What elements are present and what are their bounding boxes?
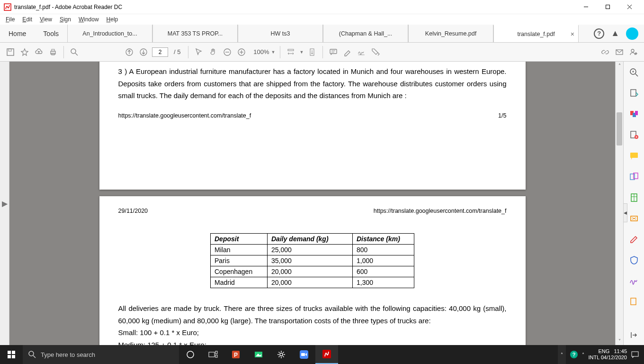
share-link-icon[interactable] — [599, 46, 611, 58]
doc-tab-2[interactable]: HW ts3 — [238, 25, 323, 42]
redact-icon[interactable] — [628, 233, 640, 246]
tray-lang2[interactable]: INTL — [588, 355, 599, 360]
page1-footer-pagenum: 1/5 — [498, 112, 506, 119]
tray-time[interactable]: 11:45 — [614, 348, 627, 354]
close-tab-icon[interactable]: × — [571, 30, 574, 38]
tray-date[interactable]: 04/12/2020 — [601, 355, 627, 360]
nav-tools[interactable]: Tools — [35, 30, 67, 37]
tray-lang1[interactable]: ENG — [598, 348, 609, 354]
save-icon[interactable] — [5, 46, 16, 58]
page-down-icon[interactable] — [138, 46, 149, 58]
hand-tool-icon[interactable] — [207, 46, 219, 58]
svg-rect-58 — [209, 352, 215, 357]
doc-tab-5[interactable]: translate_f.pdf× — [493, 25, 579, 42]
edit-pdf-icon[interactable] — [628, 129, 640, 141]
zoom-out-icon[interactable] — [222, 46, 233, 58]
taskbar-photos[interactable] — [247, 345, 270, 364]
window-close[interactable] — [618, 0, 640, 14]
zoom-in-icon[interactable] — [236, 46, 247, 58]
cloud-upload-icon[interactable] — [33, 46, 45, 58]
menu-file[interactable]: File — [2, 15, 18, 24]
deposits-table: Deposit Daily demand (kg) Distance (km) … — [210, 233, 414, 288]
svg-text:?: ? — [572, 352, 576, 357]
start-button[interactable] — [0, 351, 23, 358]
svg-line-31 — [635, 74, 638, 76]
find-icon[interactable] — [69, 46, 80, 58]
scroll-mode-icon[interactable] — [306, 46, 318, 58]
taskbar-settings[interactable] — [270, 345, 293, 364]
export-pdf-icon[interactable] — [628, 87, 640, 100]
selection-tool-icon[interactable] — [193, 46, 205, 58]
window-maximize[interactable] — [597, 0, 618, 14]
organize-icon[interactable] — [628, 191, 640, 204]
create-pdf-icon[interactable] — [628, 108, 640, 120]
taskbar-acrobat[interactable] — [315, 345, 338, 364]
protect-icon[interactable] — [628, 254, 640, 266]
right-panel-collapse[interactable]: ◀ — [623, 203, 627, 222]
fill-sign-icon[interactable] — [628, 275, 640, 287]
taskbar-taskview[interactable] — [202, 345, 224, 364]
menu-help[interactable]: Help — [103, 15, 122, 24]
search-plus-icon[interactable] — [628, 66, 640, 79]
zoom-dropdown-icon[interactable]: ▼ — [271, 50, 275, 55]
window-title: translate_f.pdf - Adobe Acrobat Reader D… — [14, 4, 575, 10]
vertical-scrollbar[interactable]: ˄ ˅ — [615, 62, 623, 345]
scroll-down-icon[interactable]: ˅ — [616, 337, 623, 345]
menu-edit[interactable]: Edit — [18, 15, 36, 24]
tray-overflow[interactable]: ˄ — [558, 345, 566, 364]
print-icon[interactable] — [47, 46, 59, 58]
menu-window[interactable]: Window — [75, 15, 103, 24]
window-minimize[interactable] — [575, 0, 597, 14]
doc-tab-4[interactable]: Kelvin_Resume.pdf — [408, 25, 493, 42]
svg-rect-49 — [631, 298, 636, 305]
menu-sign[interactable]: Sign — [56, 15, 75, 24]
expand-right-icon[interactable] — [628, 329, 640, 341]
share-people-icon[interactable] — [628, 46, 639, 58]
scroll-thumb[interactable] — [617, 112, 622, 146]
page2-header-date: 29/11/2020 — [118, 208, 148, 214]
send-icon[interactable] — [628, 296, 640, 308]
svg-text:P: P — [234, 352, 238, 358]
document-viewport[interactable]: 3 ) A European industrial furniture manu… — [9, 62, 615, 345]
doc-tab-label: Kelvin_Resume.pdf — [425, 30, 476, 37]
action-center-icon[interactable] — [631, 350, 639, 359]
fit-width-icon[interactable] — [285, 46, 296, 58]
th-distance: Distance (km) — [353, 234, 414, 245]
svg-line-11 — [75, 53, 78, 55]
taskbar-zoom[interactable] — [293, 345, 315, 364]
account-avatar[interactable] — [626, 27, 638, 40]
fit-dropdown-icon[interactable]: ▼ — [299, 50, 304, 55]
doc-tab-0[interactable]: An_Introduction_to... — [67, 25, 152, 42]
page-up-icon[interactable] — [124, 46, 135, 58]
help-icon[interactable]: ? — [594, 28, 604, 39]
highlight-icon[interactable] — [342, 46, 353, 58]
svg-rect-51 — [8, 351, 11, 354]
notifications-icon[interactable]: ▲ — [611, 28, 619, 38]
svg-rect-37 — [635, 111, 638, 115]
email-icon[interactable] — [614, 46, 625, 58]
menu-view[interactable]: View — [36, 15, 56, 24]
svg-rect-2 — [606, 5, 609, 9]
page-total: / 5 — [171, 48, 183, 55]
tray-caret-icon[interactable]: ˄ — [582, 352, 584, 357]
comment-icon[interactable] — [328, 46, 339, 58]
taskbar-search[interactable]: Type here to search — [23, 345, 179, 364]
compress-icon[interactable] — [628, 212, 640, 225]
doc-tab-3[interactable]: (Chapman & Hall_... — [323, 25, 408, 42]
sign-icon[interactable] — [356, 46, 367, 58]
left-panel-toggle[interactable]: ▶ — [0, 62, 9, 345]
combine-icon[interactable] — [628, 171, 640, 183]
svg-rect-21 — [330, 49, 337, 54]
more-tools-icon[interactable] — [370, 46, 382, 58]
taskbar-cortana[interactable] — [179, 345, 202, 364]
taskbar-powerpoint[interactable]: P — [224, 345, 247, 364]
page-number-input[interactable] — [152, 47, 168, 57]
nav-home[interactable]: Home — [0, 30, 35, 37]
comment-tool-icon[interactable] — [628, 150, 640, 162]
svg-point-26 — [631, 49, 634, 52]
star-icon[interactable] — [19, 46, 30, 58]
scroll-up-icon[interactable]: ˄ — [616, 62, 623, 70]
svg-rect-54 — [12, 355, 15, 358]
tray-help-icon[interactable]: ? — [570, 350, 578, 359]
doc-tab-1[interactable]: MAT 353 TS PROP... — [152, 25, 238, 42]
